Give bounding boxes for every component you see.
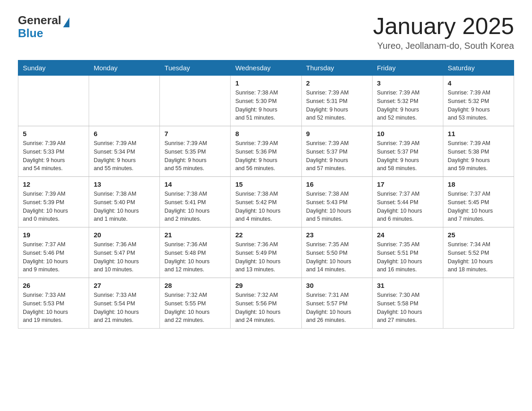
- calendar-cell: 3Sunrise: 7:39 AM Sunset: 5:32 PM Daylig…: [372, 76, 443, 126]
- day-info: Sunrise: 7:39 AM Sunset: 5:35 PM Dayligh…: [164, 139, 226, 173]
- calendar-week-row: 19Sunrise: 7:37 AM Sunset: 5:46 PM Dayli…: [18, 227, 514, 278]
- day-number: 3: [377, 79, 438, 87]
- calendar-cell: [18, 76, 89, 126]
- calendar-cell: 17Sunrise: 7:37 AM Sunset: 5:44 PM Dayli…: [372, 177, 443, 227]
- day-number: 6: [94, 130, 155, 137]
- calendar-cell: 23Sunrise: 7:35 AM Sunset: 5:50 PM Dayli…: [301, 227, 372, 278]
- calendar-cell: 18Sunrise: 7:37 AM Sunset: 5:45 PM Dayli…: [443, 177, 514, 227]
- day-info: Sunrise: 7:39 AM Sunset: 5:34 PM Dayligh…: [94, 139, 155, 173]
- calendar-cell: [160, 76, 231, 126]
- day-info: Sunrise: 7:39 AM Sunset: 5:37 PM Dayligh…: [377, 139, 438, 173]
- calendar-cell: 8Sunrise: 7:39 AM Sunset: 5:36 PM Daylig…: [231, 126, 301, 177]
- calendar-cell: 15Sunrise: 7:38 AM Sunset: 5:42 PM Dayli…: [231, 177, 301, 227]
- day-info: Sunrise: 7:36 AM Sunset: 5:47 PM Dayligh…: [94, 240, 155, 274]
- day-info: Sunrise: 7:39 AM Sunset: 5:31 PM Dayligh…: [306, 89, 368, 122]
- day-info: Sunrise: 7:38 AM Sunset: 5:40 PM Dayligh…: [94, 190, 155, 223]
- calendar-cell: 24Sunrise: 7:35 AM Sunset: 5:51 PM Dayli…: [372, 227, 443, 278]
- calendar-subtitle: Yureo, Jeollanam-do, South Korea: [373, 41, 514, 51]
- calendar-cell: 29Sunrise: 7:32 AM Sunset: 5:56 PM Dayli…: [231, 278, 301, 329]
- day-info: Sunrise: 7:39 AM Sunset: 5:32 PM Dayligh…: [448, 89, 509, 122]
- day-info: Sunrise: 7:38 AM Sunset: 5:42 PM Dayligh…: [235, 190, 296, 223]
- calendar-cell: 25Sunrise: 7:34 AM Sunset: 5:52 PM Dayli…: [443, 227, 514, 278]
- calendar-cell: 21Sunrise: 7:36 AM Sunset: 5:48 PM Dayli…: [160, 227, 231, 278]
- calendar-week-row: 26Sunrise: 7:33 AM Sunset: 5:53 PM Dayli…: [18, 278, 514, 329]
- day-info: Sunrise: 7:39 AM Sunset: 5:39 PM Dayligh…: [23, 190, 84, 223]
- weekday-header-thursday: Thursday: [301, 60, 372, 76]
- day-number: 30: [306, 282, 368, 289]
- day-info: Sunrise: 7:35 AM Sunset: 5:50 PM Dayligh…: [306, 240, 368, 274]
- day-info: Sunrise: 7:38 AM Sunset: 5:41 PM Dayligh…: [164, 190, 226, 223]
- page-header: General Blue January 2025 Yureo, Jeollan…: [18, 13, 514, 51]
- day-info: Sunrise: 7:39 AM Sunset: 5:36 PM Dayligh…: [235, 139, 296, 173]
- day-info: Sunrise: 7:34 AM Sunset: 5:52 PM Dayligh…: [448, 240, 509, 274]
- day-number: 28: [164, 282, 226, 289]
- calendar-cell: [89, 76, 160, 126]
- day-number: 13: [94, 180, 155, 188]
- day-number: 26: [23, 282, 84, 289]
- day-number: 25: [448, 231, 509, 239]
- day-info: Sunrise: 7:37 AM Sunset: 5:45 PM Dayligh…: [448, 190, 509, 223]
- calendar-cell: 6Sunrise: 7:39 AM Sunset: 5:34 PM Daylig…: [89, 126, 160, 177]
- day-number: 18: [448, 180, 509, 188]
- day-number: 27: [94, 282, 155, 289]
- calendar-table: SundayMondayTuesdayWednesdayThursdayFrid…: [18, 60, 514, 329]
- logo-triangle-icon: [63, 17, 69, 27]
- calendar-title: January 2025: [373, 13, 514, 39]
- day-number: 12: [23, 180, 84, 188]
- weekday-header-tuesday: Tuesday: [160, 60, 231, 76]
- day-number: 19: [23, 231, 84, 239]
- day-number: 16: [306, 180, 368, 188]
- day-number: 9: [306, 130, 368, 137]
- day-info: Sunrise: 7:33 AM Sunset: 5:54 PM Dayligh…: [94, 291, 155, 325]
- calendar-cell: 11Sunrise: 7:39 AM Sunset: 5:38 PM Dayli…: [443, 126, 514, 177]
- calendar-cell: 12Sunrise: 7:39 AM Sunset: 5:39 PM Dayli…: [18, 177, 89, 227]
- day-number: 31: [377, 282, 438, 289]
- calendar-cell: 16Sunrise: 7:38 AM Sunset: 5:43 PM Dayli…: [301, 177, 372, 227]
- calendar-week-row: 12Sunrise: 7:39 AM Sunset: 5:39 PM Dayli…: [18, 177, 514, 227]
- weekday-header-monday: Monday: [89, 60, 160, 76]
- logo-blue-text: Blue: [18, 26, 69, 40]
- day-number: 21: [164, 231, 226, 239]
- calendar-week-row: 1Sunrise: 7:38 AM Sunset: 5:30 PM Daylig…: [18, 76, 514, 126]
- day-number: 22: [235, 231, 296, 239]
- day-number: 8: [235, 130, 296, 137]
- weekday-header-friday: Friday: [372, 60, 443, 76]
- day-number: 20: [94, 231, 155, 239]
- day-number: 10: [377, 130, 438, 137]
- calendar-cell: 5Sunrise: 7:39 AM Sunset: 5:33 PM Daylig…: [18, 126, 89, 177]
- day-info: Sunrise: 7:31 AM Sunset: 5:57 PM Dayligh…: [306, 291, 368, 325]
- day-info: Sunrise: 7:32 AM Sunset: 5:55 PM Dayligh…: [164, 291, 226, 325]
- day-info: Sunrise: 7:39 AM Sunset: 5:33 PM Dayligh…: [23, 139, 84, 173]
- calendar-cell: 31Sunrise: 7:30 AM Sunset: 5:58 PM Dayli…: [372, 278, 443, 329]
- day-number: 24: [377, 231, 438, 239]
- day-number: 1: [235, 79, 296, 87]
- day-info: Sunrise: 7:39 AM Sunset: 5:38 PM Dayligh…: [448, 139, 509, 173]
- title-block: January 2025 Yureo, Jeollanam-do, South …: [373, 13, 514, 51]
- calendar-cell: 4Sunrise: 7:39 AM Sunset: 5:32 PM Daylig…: [443, 76, 514, 126]
- day-info: Sunrise: 7:37 AM Sunset: 5:44 PM Dayligh…: [377, 190, 438, 223]
- day-info: Sunrise: 7:32 AM Sunset: 5:56 PM Dayligh…: [235, 291, 296, 325]
- calendar-cell: 20Sunrise: 7:36 AM Sunset: 5:47 PM Dayli…: [89, 227, 160, 278]
- calendar-cell: 22Sunrise: 7:36 AM Sunset: 5:49 PM Dayli…: [231, 227, 301, 278]
- day-info: Sunrise: 7:35 AM Sunset: 5:51 PM Dayligh…: [377, 240, 438, 274]
- calendar-cell: 2Sunrise: 7:39 AM Sunset: 5:31 PM Daylig…: [301, 76, 372, 126]
- day-info: Sunrise: 7:37 AM Sunset: 5:46 PM Dayligh…: [23, 240, 84, 274]
- day-number: 7: [164, 130, 226, 137]
- day-info: Sunrise: 7:39 AM Sunset: 5:32 PM Dayligh…: [377, 89, 438, 122]
- calendar-cell: 7Sunrise: 7:39 AM Sunset: 5:35 PM Daylig…: [160, 126, 231, 177]
- day-number: 29: [235, 282, 296, 289]
- day-number: 15: [235, 180, 296, 188]
- calendar-cell: 19Sunrise: 7:37 AM Sunset: 5:46 PM Dayli…: [18, 227, 89, 278]
- calendar-cell: 9Sunrise: 7:39 AM Sunset: 5:37 PM Daylig…: [301, 126, 372, 177]
- weekday-header-sunday: Sunday: [18, 60, 89, 76]
- day-number: 23: [306, 231, 368, 239]
- calendar-cell: [443, 278, 514, 329]
- calendar-cell: 30Sunrise: 7:31 AM Sunset: 5:57 PM Dayli…: [301, 278, 372, 329]
- logo: General Blue: [18, 13, 69, 40]
- calendar-cell: 27Sunrise: 7:33 AM Sunset: 5:54 PM Dayli…: [89, 278, 160, 329]
- calendar-week-row: 5Sunrise: 7:39 AM Sunset: 5:33 PM Daylig…: [18, 126, 514, 177]
- calendar-cell: 26Sunrise: 7:33 AM Sunset: 5:53 PM Dayli…: [18, 278, 89, 329]
- day-number: 11: [448, 130, 509, 137]
- day-info: Sunrise: 7:38 AM Sunset: 5:43 PM Dayligh…: [306, 190, 368, 223]
- weekday-header-row: SundayMondayTuesdayWednesdayThursdayFrid…: [18, 60, 514, 76]
